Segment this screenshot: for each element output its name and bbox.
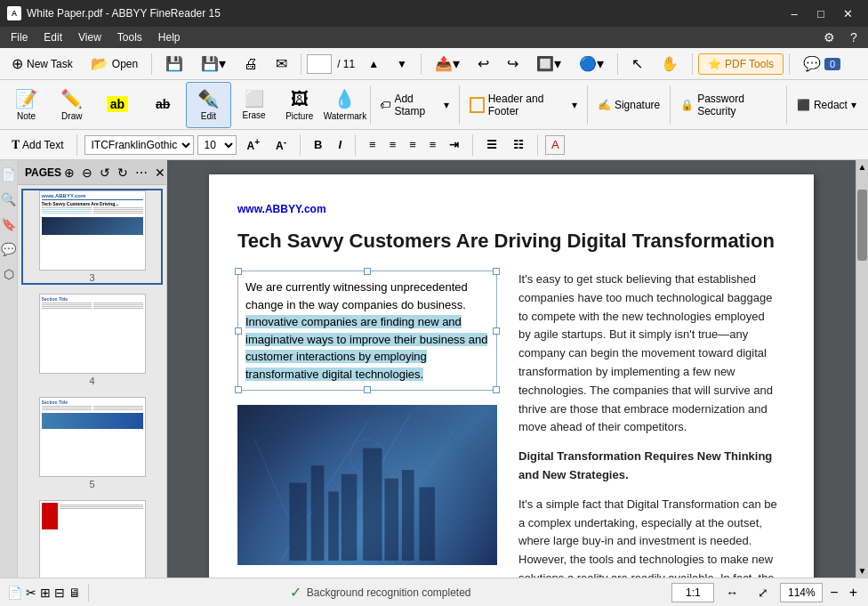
italic-button[interactable]: I: [332, 135, 348, 154]
resize-handle-bl[interactable]: [235, 386, 242, 393]
save-as-button[interactable]: 💾▾: [193, 52, 234, 76]
settings-icon[interactable]: ⚙: [818, 27, 840, 48]
vertical-scrollbar[interactable]: ▲ ▼: [856, 160, 868, 578]
status-left: 📄 ✂ ⊞ ⊟ 🖥: [7, 586, 81, 600]
add-stamp-button[interactable]: 🏷 Add Stamp ▾: [372, 87, 457, 123]
scroll-up-arrow[interactable]: ▲: [856, 160, 868, 172]
resize-handle-br[interactable]: [493, 386, 500, 393]
align-right-button[interactable]: ≡: [403, 135, 422, 154]
list-button[interactable]: ☰: [480, 135, 503, 154]
page-thumb-4[interactable]: Section Title 4: [21, 292, 163, 388]
zoom-in-button[interactable]: +: [846, 585, 861, 601]
text-color-button[interactable]: A: [545, 135, 565, 155]
scrollbar-thumb[interactable]: [857, 190, 867, 261]
document-area[interactable]: www.ABBYY.com Tech Savvy Customers Are D…: [167, 160, 856, 578]
sidebar-add-icon[interactable]: ⊕: [61, 165, 77, 181]
page-down-button[interactable]: ▼: [389, 54, 415, 74]
resize-handle-ml[interactable]: [235, 327, 242, 335]
fit-page-button[interactable]: ⤢: [750, 582, 776, 603]
text-edit-box[interactable]: We are currently witnessing unprecedente…: [237, 271, 497, 391]
resize-handle-mr[interactable]: [493, 327, 500, 335]
align-center-button[interactable]: ≡: [383, 135, 403, 154]
resize-handle-bc[interactable]: [364, 386, 371, 393]
select-button[interactable]: ↖: [623, 52, 651, 76]
sidebar-close-icon[interactable]: ✕: [152, 165, 168, 181]
maximize-button[interactable]: □: [808, 0, 834, 27]
picture-tool[interactable]: 🖼 Picture: [277, 82, 322, 128]
search-panel-icon[interactable]: 🔍: [0, 189, 18, 210]
layers-panel-icon[interactable]: ⬡: [2, 263, 16, 285]
text-highlight-tool1[interactable]: ab: [94, 82, 140, 128]
page-thumb-3[interactable]: www.ABBYY.com Tech Savvy Customers Are D…: [21, 189, 163, 285]
open-button[interactable]: 📂 Open: [83, 52, 146, 76]
align-left-button[interactable]: ≡: [363, 135, 382, 154]
pdf-tools-button[interactable]: ⭐ PDF Tools: [698, 53, 784, 75]
status-split-icon[interactable]: ⊞: [40, 586, 51, 600]
fit-width-button[interactable]: ↔: [718, 582, 746, 603]
minimize-button[interactable]: –: [781, 0, 808, 27]
sidebar-remove-icon[interactable]: ⊖: [79, 165, 95, 181]
sidebar-rotate-right-icon[interactable]: ↻: [115, 165, 131, 181]
erase-tool[interactable]: ⬜ Erase: [231, 82, 277, 128]
save-button[interactable]: 💾: [157, 52, 191, 76]
zoom-out-button[interactable]: −: [826, 585, 841, 601]
watermark-tool[interactable]: 💧 Watermark: [322, 82, 367, 128]
export-button[interactable]: 📤▾: [427, 52, 468, 76]
note-tool[interactable]: 📝 Note: [4, 82, 49, 128]
bookmark-panel-icon[interactable]: 🔖: [0, 214, 18, 235]
header-footer-button[interactable]: Header and Footer ▾: [462, 87, 585, 123]
font-size-select[interactable]: 10: [197, 135, 237, 155]
resize-handle-tl[interactable]: [235, 268, 242, 275]
status-cut-icon[interactable]: ✂: [26, 586, 36, 600]
ordered-list-button[interactable]: ☷: [507, 135, 530, 154]
align-justify-button[interactable]: ≡: [423, 135, 443, 154]
increase-font-button[interactable]: A+: [240, 134, 266, 155]
pages-panel-icon[interactable]: 📄: [0, 164, 18, 185]
status-page-icon[interactable]: 📄: [7, 586, 22, 600]
text-highlight-tool2[interactable]: ab: [141, 82, 186, 128]
print-button[interactable]: 🖨: [236, 53, 266, 76]
signature-button[interactable]: ✍ Signature: [590, 87, 668, 123]
redact-button[interactable]: ⬛ Redact ▾: [789, 87, 864, 123]
password-security-button[interactable]: 🔒 Password Security: [672, 87, 784, 123]
menu-tools[interactable]: Tools: [110, 29, 149, 45]
document-columns: We are currently witnessing unprecedente…: [237, 271, 778, 578]
page-thumb-5[interactable]: Section Title 5: [21, 395, 163, 491]
new-task-button[interactable]: ⊕ New Task: [4, 52, 81, 76]
sidebar-more-icon[interactable]: ⋯: [133, 165, 150, 181]
resize-handle-tc[interactable]: [364, 268, 371, 275]
page-thumb-6[interactable]: 6: [21, 498, 163, 578]
bold-button[interactable]: B: [308, 135, 328, 154]
sidebar-rotate-left-icon[interactable]: ↺: [97, 165, 113, 181]
decrease-font-button[interactable]: A-: [269, 134, 293, 155]
add-text-button[interactable]: 𝐓 Add Text: [5, 134, 69, 155]
status-merge-icon[interactable]: ⊟: [54, 586, 65, 600]
status-monitor-icon[interactable]: 🖥: [68, 586, 81, 600]
status-right: 1:1 ↔ ⤢ 114% − +: [671, 582, 861, 603]
indent-button[interactable]: ⇥: [443, 135, 465, 154]
edit-tool[interactable]: ✒️ Edit: [186, 82, 231, 128]
resize-handle-tr[interactable]: [493, 268, 500, 275]
menu-help[interactable]: Help: [151, 29, 188, 45]
comment-button[interactable]: 💬 0: [795, 52, 848, 76]
annotations-panel-icon[interactable]: 💬: [0, 238, 18, 260]
redact-icon: ⬛: [797, 99, 810, 111]
scroll-down-arrow[interactable]: ▼: [856, 566, 868, 578]
hand-button[interactable]: ✋: [653, 52, 687, 76]
menu-edit[interactable]: Edit: [36, 29, 69, 45]
right-col-text: It's easy to get stuck believing that es…: [518, 271, 778, 578]
menu-view[interactable]: View: [71, 29, 108, 45]
page-number-input[interactable]: 3: [307, 54, 332, 74]
help-icon[interactable]: ?: [843, 27, 864, 48]
stamp2-button[interactable]: 🔵▾: [571, 52, 612, 76]
page-up-button[interactable]: ▲: [360, 54, 387, 74]
sep-fmt5: [537, 134, 538, 156]
menu-file[interactable]: File: [4, 29, 35, 45]
close-button[interactable]: ✕: [834, 0, 861, 27]
redo-button[interactable]: ↩: [470, 52, 497, 76]
font-select[interactable]: ITCFranklinGothic: [84, 135, 194, 155]
email-button[interactable]: ✉: [268, 52, 295, 76]
draw-tool[interactable]: ✏️ Draw: [49, 82, 94, 128]
scan-button[interactable]: 🔲▾: [528, 52, 569, 76]
undo-button[interactable]: ↪: [499, 52, 526, 76]
